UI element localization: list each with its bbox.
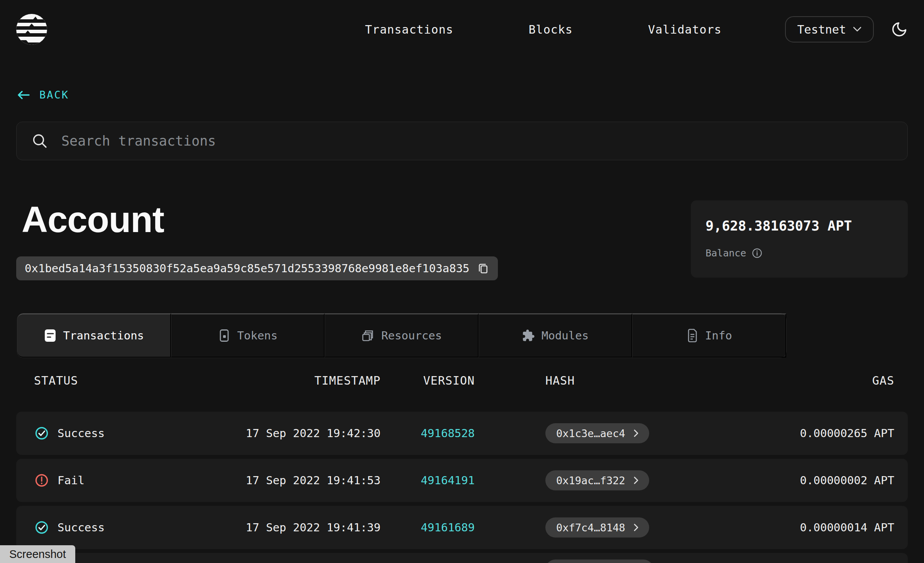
timestamp: 17 Sep 2022 19:42:30 [217,427,381,440]
screenshot-badge: Screenshot [0,545,75,563]
puzzle-icon [522,329,535,342]
moon-icon [891,21,908,38]
chevron-down-icon [853,27,861,32]
table-row[interactable]: Fail 17 Sep 2022 19:41:53 49164191 0x19a… [16,459,908,502]
document-icon [686,329,699,343]
fail-icon [35,473,49,487]
nav-link-validators[interactable]: Validators [648,23,722,36]
account-address: 0x1bed5a14a3f15350830f52a5ea9a59c85e571d… [25,262,469,275]
screenshot-badge-label: Screenshot [9,548,66,561]
back-label: BACK [39,89,69,101]
account-tabs: Transactions Tokens Resources Modules In… [17,313,787,358]
tab-label: Info [705,329,732,342]
chevron-right-icon [634,429,638,437]
page-title: Account [22,200,498,239]
tab-transactions[interactable]: Transactions [17,314,171,358]
network-selector[interactable]: Testnet [785,16,874,42]
back-link[interactable]: BACK [16,89,69,101]
status-label: Success [58,521,105,534]
col-version: VERSION [381,374,491,387]
hash-chip[interactable] [545,560,653,563]
tab-modules[interactable]: Modules [479,314,633,358]
tab-label: Modules [542,329,589,342]
transactions-table: Success 17 Sep 2022 19:42:30 49168528 0x… [16,412,908,563]
tab-label: Transactions [63,329,144,342]
aptos-logo-icon[interactable] [16,14,47,45]
table-row[interactable]: Success 17 Sep 2022 19:41:39 49161689 0x… [16,506,908,549]
gas-value: 0.00000265 APT [707,427,908,440]
token-icon [218,329,231,343]
tab-label: Tokens [237,329,278,342]
copy-icon[interactable] [477,262,489,275]
hash-chip[interactable]: 0xf7c4…8148 [545,517,649,538]
hash-label: 0x1c3e…aec4 [556,427,625,439]
version-link[interactable]: 49168528 [381,427,491,440]
col-gas: GAS [707,374,908,387]
col-timestamp: TIMESTAMP [217,374,381,387]
success-icon [35,521,49,534]
status-label: Success [58,427,105,440]
balance-card: 9,628.38163073 APT Balance [691,200,908,278]
balance-label: Balance [706,248,746,259]
chevron-right-icon [634,524,638,531]
hash-label: 0x19ac…f322 [556,475,625,487]
account-title-block: Account 0x1bed5a14a3f15350830f52a5ea9a59… [16,200,498,281]
gas-value: 0.00000002 APT [707,474,908,487]
tab-info[interactable]: Info [632,314,786,358]
version-link[interactable]: 49164191 [381,474,491,487]
version-link[interactable]: 49161689 [381,521,491,534]
table-row-partial[interactable] [16,553,908,563]
hash-label: 0xf7c4…8148 [556,522,625,534]
transactions-table-header: STATUS TIMESTAMP VERSION HASH GAS [16,373,908,387]
tab-label: Resources [381,329,442,342]
hash-chip[interactable]: 0x19ac…f322 [545,470,649,490]
gas-value: 0.00000014 APT [707,521,908,534]
network-selector-label: Testnet [797,23,846,36]
list-icon [44,329,57,343]
tab-tokens[interactable]: Tokens [171,314,325,358]
search-input[interactable] [61,133,893,149]
account-address-chip[interactable]: 0x1bed5a14a3f15350830f52a5ea9a59c85e571d… [16,256,498,280]
nav-link-blocks[interactable]: Blocks [529,23,573,36]
col-status: STATUS [16,374,217,387]
chevron-right-icon [634,477,638,484]
arrow-left-icon [16,90,30,100]
nav-link-transactions[interactable]: Transactions [365,23,454,36]
status-label: Fail [58,474,85,487]
search-icon [31,132,48,149]
search-bar[interactable] [16,122,908,160]
hash-chip[interactable]: 0x1c3e…aec4 [545,423,649,443]
nav-links: Transactions Blocks Validators [365,23,722,36]
tab-resources[interactable]: Resources [325,314,479,358]
table-row[interactable]: Success 17 Sep 2022 19:42:30 49168528 0x… [16,412,908,455]
top-nav: Transactions Blocks Validators Testnet [0,0,924,59]
info-icon[interactable] [752,248,762,258]
timestamp: 17 Sep 2022 19:41:39 [217,521,381,534]
success-icon [35,426,49,440]
dark-mode-toggle[interactable] [891,21,908,38]
balance-value: 9,628.38163073 APT [706,218,893,234]
timestamp: 17 Sep 2022 19:41:53 [217,474,381,487]
layers-icon [361,329,375,343]
account-header: Account 0x1bed5a14a3f15350830f52a5ea9a59… [16,200,908,281]
col-hash: HASH [491,374,707,387]
